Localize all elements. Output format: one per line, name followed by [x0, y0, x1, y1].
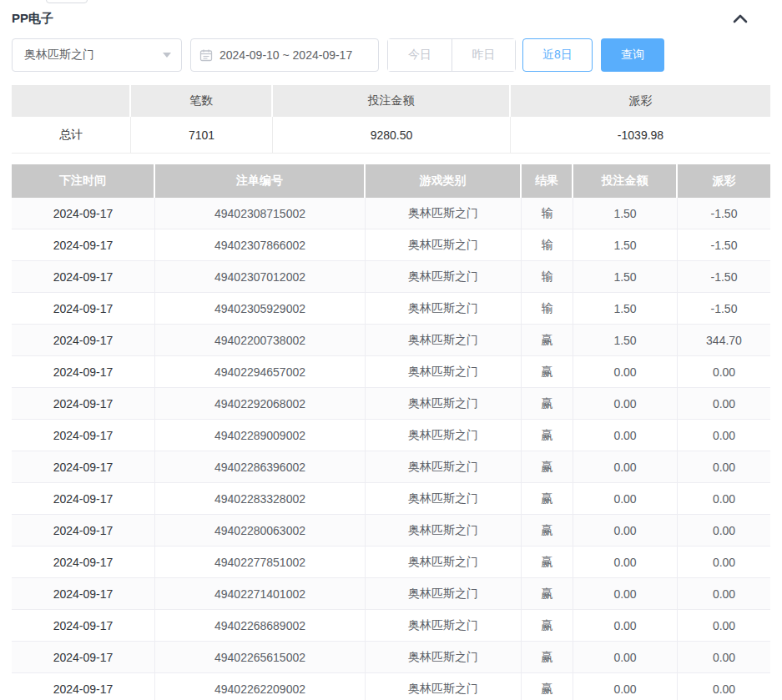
game-select-value: 奥林匹斯之门 — [24, 48, 94, 63]
bet-amount-cell: 0.00 — [573, 451, 678, 483]
table-row: 2024-09-1749402277851002奥林匹斯之门赢0.000.00 — [12, 546, 770, 578]
bet-records-table: 下注时间 注单编号 游戏类别 结果 投注金额 派彩 2024-09-174940… — [12, 164, 770, 700]
game-type-cell: 奥林匹斯之门 — [366, 325, 522, 356]
order-number-cell: 49402289009002 — [155, 420, 366, 451]
bet-amount-cell: 0.00 — [573, 515, 678, 546]
bet-amount-cell: 0.00 — [573, 610, 678, 642]
result-cell: 赢 — [522, 515, 573, 546]
collapse-panel-button[interactable] — [729, 9, 752, 28]
bet-time-cell: 2024-09-17 — [12, 610, 155, 642]
order-number-cell: 49402292068002 — [155, 388, 366, 420]
calendar-icon — [199, 48, 213, 62]
bet-time-cell: 2024-09-17 — [12, 420, 155, 451]
bet-amount-cell: 0.00 — [573, 546, 678, 578]
result-cell: 赢 — [522, 642, 573, 673]
payout-cell: 0.00 — [678, 515, 770, 546]
pp-games-panel: PP电子 奥林匹斯之门 2024-09-10 ~ 20 — [0, 0, 782, 700]
payout-cell: -1.50 — [678, 261, 770, 293]
summary-table: 笔数 投注金额 派彩 总计 7101 9280.50 -1039.98 — [12, 85, 770, 154]
bet-amount-cell: 0.00 — [573, 420, 678, 451]
game-type-cell: 奥林匹斯之门 — [366, 198, 522, 229]
bet-time-cell: 2024-09-17 — [12, 261, 155, 293]
result-cell: 赢 — [522, 420, 573, 451]
result-cell: 赢 — [522, 451, 573, 483]
bet-time-cell: 2024-09-17 — [12, 356, 155, 388]
order-number-cell: 49402286396002 — [155, 451, 366, 483]
chevron-up-icon — [733, 13, 748, 23]
result-cell: 赢 — [522, 325, 573, 356]
result-cell: 输 — [522, 229, 573, 261]
order-number-cell: 49402283328002 — [155, 483, 366, 515]
table-row: 2024-09-1749402292068002奥林匹斯之门赢0.000.00 — [12, 388, 770, 420]
date-range-value: 2024-09-10 ~ 2024-09-17 — [219, 48, 352, 62]
quick-date-button-group: 今日 昨日 — [387, 38, 516, 72]
order-number-cell: 49402294657002 — [155, 356, 366, 388]
chevron-down-icon — [163, 53, 171, 58]
today-button[interactable]: 今日 — [388, 39, 452, 71]
payout-cell: 0.00 — [678, 388, 770, 420]
result-cell: 赢 — [522, 483, 573, 515]
bet-time-cell: 2024-09-17 — [12, 642, 155, 673]
bet-amount-cell: 1.50 — [573, 261, 678, 293]
table-row: 2024-09-1749402286396002奥林匹斯之门赢0.000.00 — [12, 451, 770, 483]
result-cell: 赢 — [522, 578, 573, 610]
bet-amount-cell: 0.00 — [573, 578, 678, 610]
table-row: 2024-09-1749402283328002奥林匹斯之门赢0.000.00 — [12, 483, 770, 515]
result-cell: 赢 — [522, 546, 573, 578]
date-range-picker[interactable]: 2024-09-10 ~ 2024-09-17 — [190, 38, 379, 72]
game-type-cell: 奥林匹斯之门 — [366, 356, 522, 388]
table-row: 2024-09-1749402280063002奥林匹斯之门赢0.000.00 — [12, 515, 770, 546]
game-type-cell: 奥林匹斯之门 — [366, 293, 522, 325]
yesterday-button[interactable]: 昨日 — [452, 39, 515, 71]
game-select[interactable]: 奥林匹斯之门 — [12, 38, 182, 72]
bet-time-cell: 2024-09-17 — [12, 198, 155, 229]
game-type-cell: 奥林匹斯之门 — [366, 642, 522, 673]
bet-time-cell: 2024-09-17 — [12, 578, 155, 610]
header-bet-time: 下注时间 — [12, 164, 155, 198]
bet-time-cell: 2024-09-17 — [12, 451, 155, 483]
table-row: 2024-09-1749402289009002奥林匹斯之门赢0.000.00 — [12, 420, 770, 451]
result-cell: 输 — [522, 261, 573, 293]
filter-bar: 奥林匹斯之门 2024-09-10 ~ 2024-09-17 今日 昨日 近8日 — [12, 38, 770, 72]
payout-cell: -1.50 — [678, 293, 770, 325]
payout-cell: -1.50 — [678, 198, 770, 229]
bet-amount-cell: 0.00 — [573, 673, 678, 700]
summary-total-label: 总计 — [12, 117, 131, 154]
game-type-cell: 奥林匹斯之门 — [366, 515, 522, 546]
summary-total-row: 总计 7101 9280.50 -1039.98 — [12, 117, 770, 154]
result-cell: 赢 — [522, 356, 573, 388]
game-type-cell: 奥林匹斯之门 — [366, 673, 522, 700]
table-row: 2024-09-1749402262209002奥林匹斯之门赢0.000.00 — [12, 673, 770, 700]
order-number-cell: 49402268689002 — [155, 610, 366, 642]
game-type-cell: 奥林匹斯之门 — [366, 610, 522, 642]
bet-amount-cell: 1.50 — [573, 293, 678, 325]
header-bet-amount: 投注金额 — [573, 164, 678, 198]
table-row: 2024-09-1749402271401002奥林匹斯之门赢0.000.00 — [12, 578, 770, 610]
order-number-cell: 49402262209002 — [155, 673, 366, 700]
result-cell: 赢 — [522, 610, 573, 642]
bet-amount-cell: 0.00 — [573, 356, 678, 388]
bet-amount-cell: 0.00 — [573, 642, 678, 673]
summary-header-row: 笔数 投注金额 派彩 — [12, 85, 770, 117]
table-row: 2024-09-1749402268689002奥林匹斯之门赢0.000.00 — [12, 610, 770, 642]
summary-total-payout: -1039.98 — [511, 117, 770, 154]
game-type-cell: 奥林匹斯之门 — [366, 229, 522, 261]
header-result: 结果 — [522, 164, 573, 198]
last-8-days-button[interactable]: 近8日 — [522, 38, 593, 72]
order-number-cell: 49402271401002 — [155, 578, 366, 610]
bet-time-cell: 2024-09-17 — [12, 483, 155, 515]
payout-cell: 0.00 — [678, 610, 770, 642]
payout-cell: 0.00 — [678, 642, 770, 673]
result-cell: 输 — [522, 198, 573, 229]
bet-time-cell: 2024-09-17 — [12, 229, 155, 261]
payout-cell: 0.00 — [678, 451, 770, 483]
payout-cell: 0.00 — [678, 356, 770, 388]
bet-table-body: 2024-09-1749402308715002奥林匹斯之门输1.50-1.50… — [12, 198, 770, 700]
order-number-cell: 49402307012002 — [155, 261, 366, 293]
result-cell: 输 — [522, 293, 573, 325]
bet-time-cell: 2024-09-17 — [12, 673, 155, 700]
query-button[interactable]: 查询 — [601, 38, 664, 72]
summary-header-payout: 派彩 — [511, 85, 770, 117]
order-number-cell: 49402305929002 — [155, 293, 366, 325]
game-type-cell: 奥林匹斯之门 — [366, 578, 522, 610]
